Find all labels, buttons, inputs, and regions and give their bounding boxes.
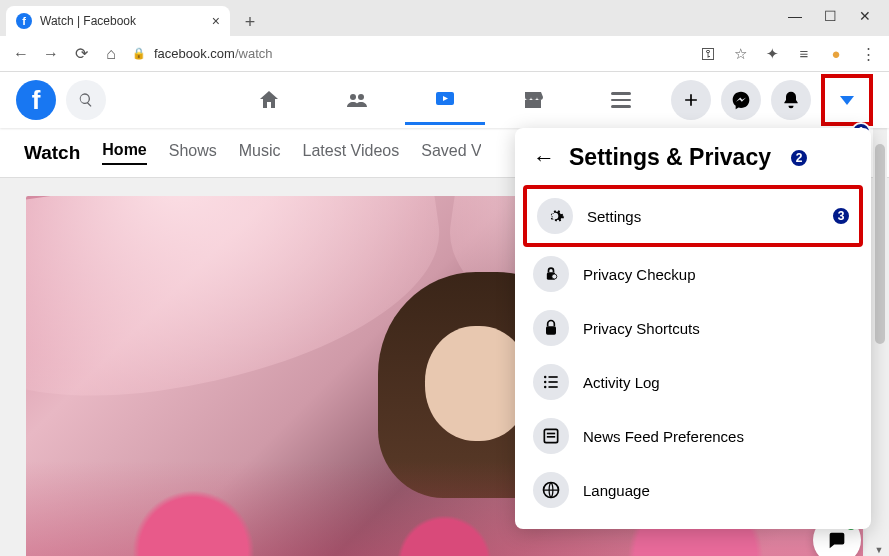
svg-rect-6 — [546, 326, 556, 334]
home-button[interactable]: ⌂ — [102, 45, 120, 63]
plus-icon — [681, 90, 701, 110]
svg-point-9 — [544, 381, 547, 384]
center-nav — [229, 75, 661, 125]
svg-point-1 — [358, 94, 364, 100]
watch-tab-shows[interactable]: Shows — [169, 142, 217, 164]
list-icon — [533, 364, 569, 400]
annotation-2: 2 — [789, 148, 809, 168]
hamburger-icon — [611, 92, 631, 108]
menu-label-privacy-shortcuts: Privacy Shortcuts — [583, 320, 700, 337]
home-icon — [257, 88, 281, 112]
svg-point-7 — [544, 376, 547, 379]
annotation-3: 3 — [831, 206, 851, 226]
svg-rect-15 — [547, 436, 555, 438]
chat-icon — [826, 529, 848, 551]
browser-titlebar: f Watch | Facebook × + — ☐ ✕ — [0, 0, 889, 36]
menu-item-privacy-checkup[interactable]: Privacy Checkup — [523, 247, 863, 301]
privacy-checkup-icon — [533, 256, 569, 292]
minimize-button[interactable]: — — [788, 8, 802, 24]
chrome-menu-icon[interactable]: ⋮ — [859, 45, 877, 63]
marketplace-icon — [521, 88, 545, 112]
watch-tab-music[interactable]: Music — [239, 142, 281, 164]
dropdown-header: ← Settings & Privacy 2 — [523, 138, 863, 185]
menu-label-privacy-checkup: Privacy Checkup — [583, 266, 696, 283]
key-icon[interactable]: ⚿ — [699, 45, 717, 62]
watch-tab-latest[interactable]: Latest Videos — [303, 142, 400, 164]
profile-avatar-icon[interactable]: ● — [827, 45, 845, 62]
forward-button[interactable]: → — [42, 45, 60, 63]
menu-item-news-feed[interactable]: News Feed Preferences — [523, 409, 863, 463]
gear-icon — [537, 198, 573, 234]
bookmark-star-icon[interactable]: ☆ — [731, 45, 749, 63]
right-controls: 1 — [671, 74, 873, 126]
tab-favicon-icon: f — [16, 13, 32, 29]
search-icon — [78, 92, 94, 108]
svg-rect-10 — [549, 381, 558, 383]
back-arrow-icon[interactable]: ← — [533, 145, 555, 171]
settings-dropdown: ← Settings & Privacy 2 Settings 3 Privac… — [515, 128, 871, 529]
groups-icon — [345, 88, 369, 112]
url-host: facebook.com — [154, 46, 235, 61]
new-tab-button[interactable]: + — [236, 8, 264, 36]
lock-icon: 🔒 — [132, 47, 146, 60]
dropdown-title: Settings & Privacy — [569, 144, 771, 171]
svg-point-5 — [552, 274, 557, 279]
search-button[interactable] — [66, 80, 106, 120]
maximize-button[interactable]: ☐ — [824, 8, 837, 24]
notifications-button[interactable] — [771, 80, 811, 120]
nav-marketplace[interactable] — [493, 75, 573, 125]
menu-item-settings[interactable]: Settings — [527, 189, 859, 243]
watch-title: Watch — [24, 142, 80, 164]
account-dropdown-highlight: 1 — [821, 74, 873, 126]
svg-rect-14 — [547, 433, 555, 435]
create-button[interactable] — [671, 80, 711, 120]
close-window-button[interactable]: ✕ — [859, 8, 871, 24]
scroll-down-arrow-icon[interactable]: ▼ — [873, 544, 885, 556]
globe-icon — [533, 472, 569, 508]
messenger-button[interactable] — [721, 80, 761, 120]
svg-point-0 — [350, 94, 356, 100]
feed-icon — [533, 418, 569, 454]
watch-icon — [433, 87, 457, 111]
svg-rect-8 — [549, 376, 558, 378]
lock-icon — [533, 310, 569, 346]
url-field[interactable]: 🔒 facebook.com/watch — [132, 46, 687, 61]
menu-item-activity-log[interactable]: Activity Log — [523, 355, 863, 409]
scroll-thumb[interactable] — [875, 144, 885, 344]
caret-down-icon — [840, 96, 854, 105]
address-bar: ← → ⟳ ⌂ 🔒 facebook.com/watch ⚿ ☆ ✦ ≡ ● ⋮ — [0, 36, 889, 72]
fb-logo-icon[interactable]: f — [16, 80, 56, 120]
page-scrollbar[interactable]: ▲ ▼ — [873, 72, 887, 556]
menu-label-language: Language — [583, 482, 650, 499]
watch-tab-home[interactable]: Home — [102, 141, 146, 165]
window-controls: — ☐ ✕ — [788, 0, 889, 36]
browser-tab[interactable]: f Watch | Facebook × — [6, 6, 230, 36]
fb-header: f — [0, 72, 889, 128]
settings-item-highlight: Settings 3 — [523, 185, 863, 247]
menu-item-language[interactable]: Language — [523, 463, 863, 517]
url-path: /watch — [235, 46, 273, 61]
messenger-icon — [731, 90, 751, 110]
bell-icon — [781, 90, 801, 110]
nav-menu[interactable] — [581, 75, 661, 125]
nav-groups[interactable] — [317, 75, 397, 125]
menu-label-activity-log: Activity Log — [583, 374, 660, 391]
tab-title: Watch | Facebook — [40, 14, 204, 28]
svg-point-11 — [544, 386, 547, 389]
watch-tab-saved[interactable]: Saved Videos — [421, 142, 481, 164]
media-control-icon[interactable]: ≡ — [795, 45, 813, 62]
nav-home[interactable] — [229, 75, 309, 125]
back-button[interactable]: ← — [12, 45, 30, 63]
account-menu-button[interactable] — [827, 80, 867, 120]
nav-watch[interactable] — [405, 75, 485, 125]
tab-close-icon[interactable]: × — [212, 13, 220, 29]
menu-item-privacy-shortcuts[interactable]: Privacy Shortcuts — [523, 301, 863, 355]
address-right: ⚿ ☆ ✦ ≡ ● ⋮ — [699, 45, 877, 63]
extensions-icon[interactable]: ✦ — [763, 45, 781, 63]
menu-label-settings: Settings — [587, 208, 641, 225]
reload-button[interactable]: ⟳ — [72, 44, 90, 63]
menu-label-news-feed: News Feed Preferences — [583, 428, 744, 445]
svg-rect-12 — [549, 386, 558, 388]
